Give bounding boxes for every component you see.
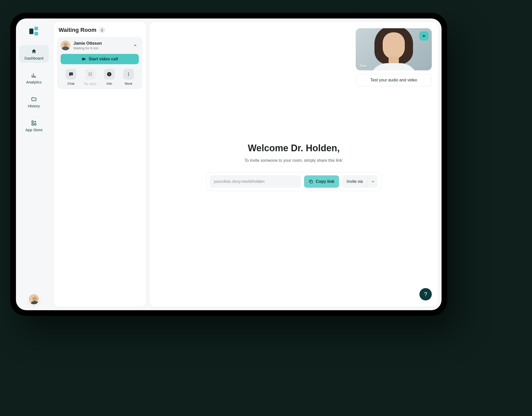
svg-rect-1 (32, 124, 33, 125)
start-video-call-label: Start video call (89, 57, 118, 61)
analytics-icon (31, 72, 37, 78)
svg-point-13 (128, 73, 129, 73)
sidebar-item-analytics[interactable]: Analytics (19, 69, 49, 87)
welcome-subtitle: To invite someone to your room, simply s… (206, 158, 381, 163)
action-chat: Chat (62, 69, 80, 86)
welcome-block: Welcome Dr. Holden, To invite someone to… (206, 143, 381, 191)
svg-point-5 (71, 74, 72, 74)
svg-rect-2 (34, 124, 36, 125)
video-self-label: You (359, 63, 366, 68)
start-video-call-button[interactable]: Start video call (61, 54, 139, 64)
copy-link-label: Copy link (316, 179, 334, 184)
sidebar-item-label: Dashboard (24, 56, 43, 60)
screen: Dashboard Analytics History App Store (16, 18, 442, 310)
main-content: You Test your audio and video Welcome Dr… (150, 22, 438, 307)
self-video-preview[interactable]: You (356, 28, 432, 70)
brand-logo-icon (29, 27, 39, 36)
patient-row[interactable]: Jamie Otteson Waiting for 6 min (61, 41, 139, 50)
svg-point-4 (71, 74, 71, 74)
svg-point-3 (70, 74, 71, 74)
action-info: Info (100, 69, 118, 86)
user-avatar[interactable] (28, 293, 40, 305)
app-grid-icon (31, 120, 37, 126)
invite-row: Copy link Invite via (206, 172, 381, 191)
home-icon (31, 48, 37, 54)
waiting-room-title: Waiting Room (59, 27, 96, 33)
patient-status: Waiting for 6 min (74, 46, 129, 50)
action-label: Info (106, 82, 112, 86)
test-audio-video-button[interactable]: Test your audio and video (356, 74, 432, 86)
folder-icon (31, 96, 37, 102)
invite-via-group: Invite via (342, 175, 378, 188)
chat-icon (68, 72, 74, 77)
invite-via-button[interactable]: Invite via (342, 175, 368, 188)
tablet-frame: Dashboard Analytics History App Store (10, 13, 447, 316)
video-camera-icon (81, 57, 86, 61)
sidebar: Dashboard Analytics History App Store (16, 18, 52, 310)
collapse-toggle[interactable] (132, 42, 139, 49)
action-my-apps: My apps (81, 69, 99, 86)
info-icon (107, 72, 112, 77)
video-face-illustration (374, 28, 413, 70)
copy-icon (309, 179, 313, 184)
more-vertical-icon (126, 72, 131, 77)
my-apps-button[interactable] (85, 69, 96, 80)
invite-via-dropdown[interactable] (368, 175, 378, 188)
action-label: More (125, 82, 132, 86)
chevron-down-icon (371, 180, 375, 183)
action-label: Chat (67, 82, 74, 86)
action-more: More (119, 69, 138, 86)
svg-rect-16 (310, 181, 313, 183)
audio-bars-icon (422, 34, 426, 38)
svg-rect-8 (88, 74, 90, 76)
svg-rect-9 (90, 74, 92, 76)
patient-avatar (61, 41, 70, 50)
svg-point-14 (128, 74, 129, 75)
sidebar-item-label: History (28, 104, 40, 108)
svg-point-15 (128, 75, 129, 76)
waiting-room-header: Waiting Room 1 (57, 27, 142, 37)
patient-info: Jamie Otteson Waiting for 6 min (74, 41, 129, 50)
action-label: My apps (84, 82, 96, 86)
svg-point-12 (109, 73, 109, 73)
info-button[interactable] (104, 69, 115, 80)
patient-name: Jamie Otteson (74, 41, 129, 46)
svg-rect-7 (90, 72, 92, 74)
help-icon: ? (424, 291, 427, 298)
patient-card: Jamie Otteson Waiting for 6 min Start vi… (57, 37, 142, 89)
waiting-room-panel: Waiting Room 1 Jamie Otteson Waiting for… (53, 22, 146, 307)
svg-rect-0 (32, 121, 33, 122)
room-link-input[interactable] (210, 175, 301, 188)
welcome-title: Welcome Dr. Holden, (206, 143, 381, 154)
waiting-room-count-badge: 1 (99, 27, 105, 33)
sidebar-item-history[interactable]: History (19, 93, 49, 111)
sidebar-item-dashboard[interactable]: Dashboard (19, 45, 49, 63)
patient-action-row: Chat My apps (61, 69, 139, 86)
svg-rect-6 (88, 72, 90, 74)
sidebar-item-label: Analytics (26, 80, 42, 84)
copy-link-button[interactable]: Copy link (304, 175, 339, 188)
more-button[interactable] (123, 69, 134, 80)
sidebar-item-label: App Store (25, 128, 43, 132)
chat-button[interactable] (66, 69, 76, 80)
svg-rect-11 (109, 74, 109, 75)
audio-level-button[interactable] (419, 31, 429, 41)
help-button[interactable]: ? (419, 288, 432, 300)
apps-grid-icon (88, 72, 93, 77)
sidebar-item-app-store[interactable]: App Store (19, 117, 49, 135)
chevron-up-icon (133, 43, 137, 48)
